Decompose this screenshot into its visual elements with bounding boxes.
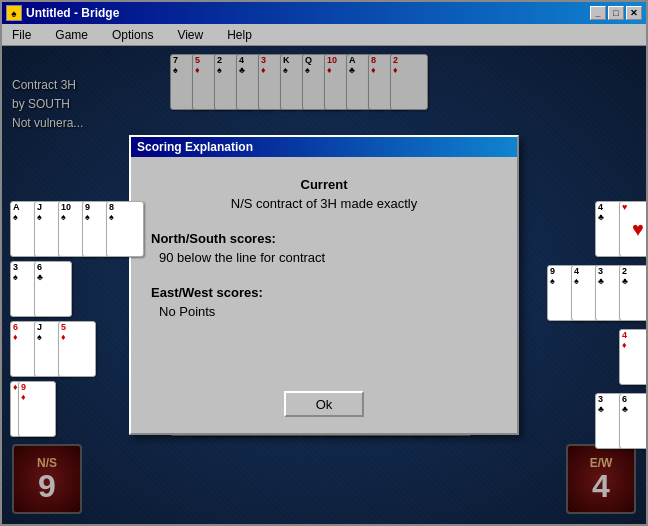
menu-view[interactable]: View bbox=[171, 26, 209, 44]
dialog-current-label: Current bbox=[151, 177, 497, 192]
right-card-2[interactable]: ♥ ♥ bbox=[619, 201, 646, 257]
left-card-10[interactable]: 5♦ bbox=[58, 321, 96, 377]
title-bar-left: ♠ Untitled - Bridge bbox=[6, 5, 119, 21]
right-card-9[interactable]: 6♣ bbox=[619, 393, 646, 449]
left-card-5[interactable]: 8♠ bbox=[106, 201, 144, 257]
game-area: Contract 3H by SOUTH Not vulnera... 7♠ 5… bbox=[2, 46, 646, 524]
ns-score-heading: North/South scores: bbox=[151, 231, 497, 246]
ns-score-line: 90 below the line for contract bbox=[159, 250, 497, 265]
ew-score-line: No Points bbox=[159, 304, 497, 319]
dialog-title: Scoring Explanation bbox=[137, 140, 253, 154]
dialog-title-bar: Scoring Explanation bbox=[131, 137, 517, 157]
window-title: Untitled - Bridge bbox=[26, 6, 119, 20]
right-card-7[interactable]: 4♦ bbox=[619, 329, 646, 385]
app-icon: ♠ bbox=[6, 5, 22, 21]
title-bar: ♠ Untitled - Bridge _ □ ✕ bbox=[2, 2, 646, 24]
dialog-subtitle: N/S contract of 3H made exactly bbox=[151, 196, 497, 211]
ok-button[interactable]: Ok bbox=[284, 391, 364, 417]
maximize-button[interactable]: □ bbox=[608, 6, 624, 20]
menu-help[interactable]: Help bbox=[221, 26, 258, 44]
left-card-12[interactable]: 9♦ bbox=[18, 381, 56, 437]
menu-file[interactable]: File bbox=[6, 26, 37, 44]
main-window: ♠ Untitled - Bridge _ □ ✕ File Game Opti… bbox=[0, 0, 648, 526]
scoring-dialog: Scoring Explanation Current N/S contract… bbox=[129, 135, 519, 435]
right-card-6[interactable]: 2♣ bbox=[619, 265, 646, 321]
minimize-button[interactable]: _ bbox=[590, 6, 606, 20]
ew-score-heading: East/West scores: bbox=[151, 285, 497, 300]
dialog-content: Current N/S contract of 3H made exactly … bbox=[131, 157, 517, 391]
close-button[interactable]: ✕ bbox=[626, 6, 642, 20]
menu-bar: File Game Options View Help bbox=[2, 24, 646, 46]
menu-game[interactable]: Game bbox=[49, 26, 94, 44]
menu-options[interactable]: Options bbox=[106, 26, 159, 44]
dialog-footer: Ok bbox=[131, 391, 517, 433]
left-card-7[interactable]: 6♣ bbox=[34, 261, 72, 317]
title-buttons: _ □ ✕ bbox=[590, 6, 642, 20]
